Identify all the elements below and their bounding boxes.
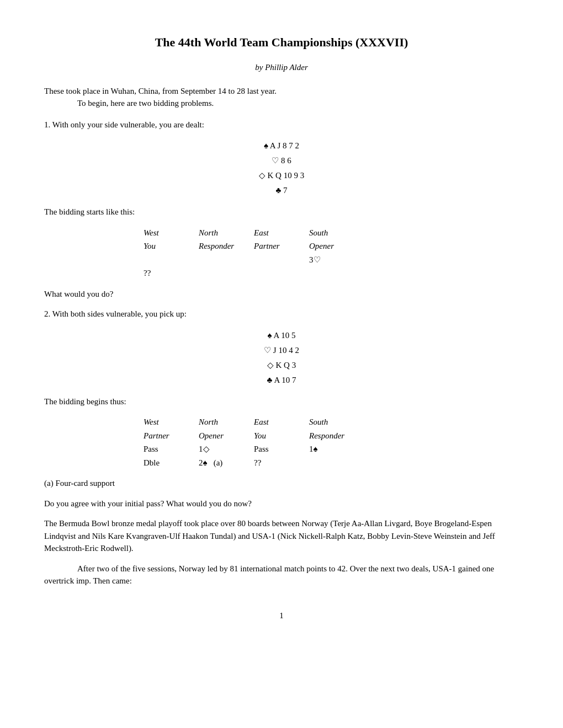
hand-2: ♠ A 10 5 ♡ J 10 4 2 ◇ K Q 3 ♣ A 10 7 [44, 328, 519, 388]
b1-row1-west [144, 253, 199, 267]
b1-sub-north: Responder [199, 239, 254, 253]
b2-header-west: West [144, 415, 199, 429]
hand1-spades: ♠ A J 8 7 2 [44, 138, 519, 153]
b1-row2-west: ?? [144, 266, 199, 280]
paragraph-2: After two of the five sessions, Norway l… [44, 563, 519, 587]
byline: by Phillip Alder [44, 61, 519, 74]
b2-header-south: South [309, 415, 364, 429]
b2-row1-east: Pass [254, 442, 309, 456]
b1-row1-north [199, 253, 254, 267]
b2-sub-east: You [254, 429, 309, 443]
b1-header-east: East [254, 226, 309, 240]
question-2: 2. With both sides vulnerable, you pick … [44, 308, 519, 320]
q1-after: What would you do? [44, 288, 519, 301]
b1-sub-south: Opener [309, 239, 364, 253]
b1-header-west: West [144, 226, 199, 240]
b2-row2-south [309, 456, 364, 470]
b1-row2-south [309, 266, 364, 280]
para2-indent: After two of the five sessions, Norway l… [44, 564, 494, 586]
b1-header-north: North [199, 226, 254, 240]
b2-row1-north: 1◇ [199, 442, 254, 456]
b1-sub-west: You [144, 239, 199, 253]
b2-header-north: North [199, 415, 254, 429]
b1-row2-east [254, 266, 309, 280]
bidding1-label: The bidding starts like this: [44, 206, 519, 218]
b1-row2-north [199, 266, 254, 280]
b2-row2-west: Dble [144, 456, 199, 470]
intro-line1: These took place in Wuhan, China, from S… [44, 85, 519, 98]
paragraph-1: The Bermuda Bowl bronze medal playoff to… [44, 517, 519, 555]
page-title: The 44th World Team Championships (XXXVI… [44, 33, 519, 51]
hand1-clubs: ♣ 7 [44, 183, 519, 198]
bidding2-label: The bidding begins thus: [44, 395, 519, 408]
b2-sub-north: Opener [199, 429, 254, 443]
b2-sub-south: Responder [309, 429, 364, 443]
intro-block: These took place in Wuhan, China, from S… [44, 85, 519, 110]
bidding-table-1: West North East South You Responder Part… [144, 226, 364, 280]
b1-row1-east [254, 253, 309, 267]
intro-line2: To begin, here are two bidding problems. [77, 97, 519, 110]
b2-row2-north: 2♠ (a) [199, 456, 254, 470]
footnote-a: (a) Four-card support [44, 477, 519, 490]
hand2-clubs: ♣ A 10 7 [44, 373, 519, 388]
hand1-hearts: ♡ 8 6 [44, 153, 519, 168]
b2-row2-east: ?? [254, 456, 309, 470]
b2-header-east: East [254, 415, 309, 429]
b1-sub-east: Partner [254, 239, 309, 253]
hand2-spades: ♠ A 10 5 [44, 328, 519, 343]
hand2-hearts: ♡ J 10 4 2 [44, 343, 519, 358]
b2-sub-west: Partner [144, 429, 199, 443]
b1-header-south: South [309, 226, 364, 240]
b2-row1-south: 1♠ [309, 442, 364, 456]
b2-row1-west: Pass [144, 442, 199, 456]
q2-after: Do you agree with your initial pass? Wha… [44, 497, 519, 510]
b1-row1-south: 3♡ [309, 253, 364, 267]
bidding-table-2: West North East South Partner Opener You… [144, 415, 364, 469]
question-1: 1. With only your side vulnerable, you a… [44, 119, 519, 131]
hand1-diamonds: ◇ K Q 10 9 3 [44, 168, 519, 183]
hand2-diamonds: ◇ K Q 3 [44, 358, 519, 373]
hand-1: ♠ A J 8 7 2 ♡ 8 6 ◇ K Q 10 9 3 ♣ 7 [44, 138, 519, 198]
page-number: 1 [44, 609, 519, 622]
